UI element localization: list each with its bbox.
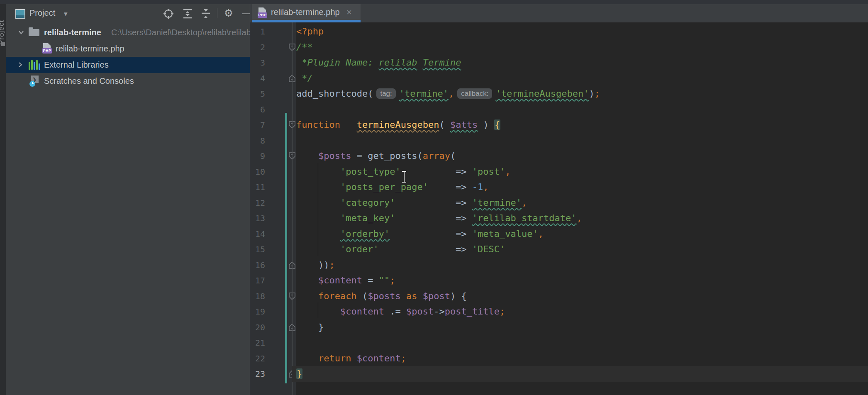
project-panel: Project ▾ ⚙ — relilab-termine C:\Users\D…	[6, 4, 250, 395]
code-line-19[interactable]: $content .= $post->post_title;	[296, 304, 505, 319]
code-line-2[interactable]: /**	[296, 39, 313, 55]
tree-row-scratches[interactable]: ❯ Scratches and Consoles	[6, 73, 250, 89]
folder-icon	[29, 29, 39, 36]
collapse-all-icon[interactable]	[200, 8, 212, 20]
tree-item-label[interactable]: relilab-termine.php	[56, 44, 124, 54]
php-file-icon: PHP	[258, 7, 267, 18]
code-line-17[interactable]: $content = "";	[296, 273, 395, 288]
chevron-down-icon[interactable]: ▾	[64, 10, 68, 18]
code-line-5[interactable]: add_shortcode(tag:'termine',callback:'te…	[296, 86, 600, 102]
code-line-4[interactable]: */	[296, 71, 313, 86]
php-file-icon: PHP	[42, 43, 52, 54]
code-line-7[interactable]: function termineAusgeben( $atts ) {	[296, 117, 500, 133]
code-line-18[interactable]: foreach ($posts as $post) {	[296, 288, 467, 304]
parameter-hint: tag:	[376, 88, 395, 99]
code-area[interactable]: <?php/** *Plugin Name: relilab Termine *…	[250, 22, 868, 395]
editor-tab-bar: PHP relilab-termine.php ×	[250, 4, 868, 23]
code-line-3[interactable]: *Plugin Name: relilab Termine	[296, 55, 461, 71]
project-toolwindow-icon	[15, 9, 25, 19]
locate-icon[interactable]	[162, 8, 175, 20]
code-line-13[interactable]: 'meta_key' => 'relilab_startdate',	[296, 210, 582, 226]
tree-item-path: C:\Users\Daniel\Desktop\relilab\relilab-…	[111, 28, 250, 37]
code-line-20[interactable]: }	[296, 319, 324, 335]
tree-row-project-root[interactable]: relilab-termine C:\Users\Daniel\Desktop\…	[6, 24, 250, 41]
code-line-9[interactable]: $posts = get_posts(array(	[296, 148, 456, 164]
close-icon[interactable]: ×	[346, 7, 352, 18]
project-panel-title[interactable]: Project	[29, 8, 55, 18]
ide-window: Project Project ▾ ⚙ —	[0, 0, 868, 395]
hide-panel-icon[interactable]: —	[241, 8, 250, 20]
text-cursor-pointer	[401, 171, 407, 183]
code-line-23[interactable]: }	[296, 366, 302, 382]
scratches-icon: ❯	[29, 76, 41, 87]
code-line-15[interactable]: 'order' => 'DESC'	[296, 241, 505, 257]
code-line-1[interactable]: <?php	[296, 24, 324, 39]
tab-relilab-termine[interactable]: PHP relilab-termine.php ×	[252, 4, 361, 22]
code-line-16[interactable]: ));	[296, 257, 335, 273]
expand-all-icon[interactable]	[181, 8, 194, 20]
chevron-right-icon[interactable]	[17, 61, 24, 68]
header-divider	[217, 8, 217, 18]
code-line-22[interactable]: return $content;	[296, 351, 406, 366]
parameter-hint: callback:	[457, 88, 492, 99]
code-line-14[interactable]: 'orderby' => 'meta_value',	[296, 226, 544, 242]
tree-item-label[interactable]: relilab-termine	[44, 28, 101, 37]
left-tool-stripe[interactable]: Project	[0, 4, 6, 395]
tree-item-label[interactable]: External Libraries	[44, 60, 109, 70]
settings-gear-icon[interactable]: ⚙	[222, 8, 235, 20]
code-line-12[interactable]: 'category' => 'termine',	[296, 195, 527, 211]
tab-title[interactable]: relilab-termine.php	[271, 7, 340, 17]
code-line-11[interactable]: 'posts_per_page' => -1,	[296, 179, 489, 195]
tree-row-php-file[interactable]: PHP relilab-termine.php	[6, 41, 250, 57]
tool-stripe-square-icon[interactable]	[1, 42, 5, 46]
libraries-icon	[29, 60, 40, 70]
code-editor[interactable]: 1234567891011121314151617181920212223 <?…	[250, 22, 868, 395]
chevron-down-icon[interactable]	[17, 29, 25, 36]
window-top-strip	[0, 0, 868, 4]
project-panel-header: Project ▾ ⚙ —	[6, 4, 250, 22]
tree-item-label[interactable]: Scratches and Consoles	[44, 76, 134, 86]
tree-row-external-libraries[interactable]: External Libraries	[6, 57, 250, 73]
